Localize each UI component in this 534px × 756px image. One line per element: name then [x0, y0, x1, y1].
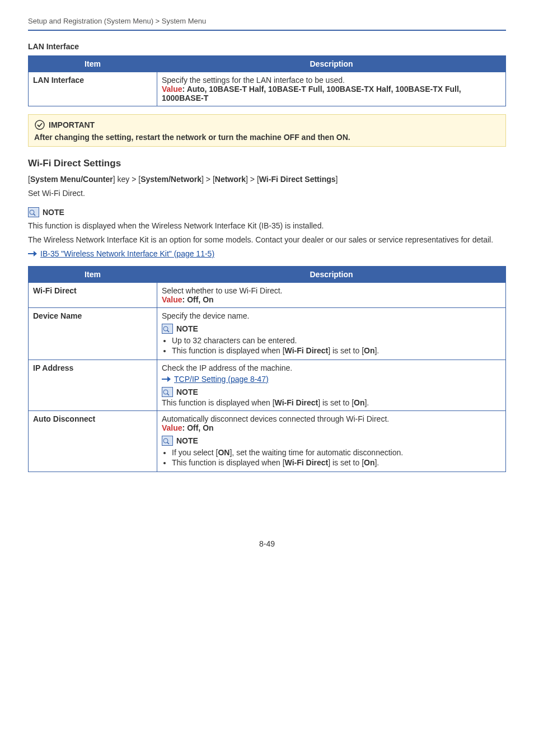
lan-interface-heading: LAN Interface [28, 42, 506, 51]
cell-item: Device Name [29, 307, 157, 360]
note-label: NOTE [43, 208, 64, 217]
check-circle-icon [34, 119, 45, 130]
note-icon [162, 324, 173, 334]
th-item: Item [29, 266, 157, 282]
note-icon [28, 207, 39, 217]
cell-ref: TCP/IP Setting (page 8-47) [162, 375, 501, 384]
tcpip-link[interactable]: TCP/IP Setting (page 8-47) [174, 375, 269, 384]
cell-desc: Specify the device name. NOTE Up to 32 c… [157, 307, 506, 360]
table-row: Wi-Fi Direct Select whether to use Wi-Fi… [29, 282, 506, 307]
breadcrumb: Setup and Registration (System Menu) > S… [28, 17, 506, 31]
cell-note-header: NOTE [162, 436, 501, 446]
cell-desc: Specify the settings for the LAN interfa… [157, 72, 506, 106]
cell-desc: Check the IP address of the machine. TCP… [157, 360, 506, 410]
th-desc: Description [157, 56, 506, 72]
cell-note-header: NOTE [162, 324, 501, 334]
important-callout: IMPORTANT After changing the setting, re… [28, 114, 506, 147]
important-text: After changing the setting, restart the … [34, 133, 500, 142]
note-label: NOTE [176, 324, 198, 333]
list-item: Up to 32 characters can be entered. [172, 336, 501, 345]
value-label: Value [162, 295, 182, 304]
table-row: Auto Disconnect Automatically disconnect… [29, 410, 506, 472]
desc-text: Select whether to use Wi-Fi Direct. [162, 286, 501, 295]
list-item: This function is displayed when [Wi-Fi D… [172, 458, 501, 467]
svg-marker-10 [167, 376, 171, 382]
cell-item: Wi-Fi Direct [29, 282, 157, 307]
th-item: Item [29, 56, 157, 72]
svg-point-0 [35, 120, 44, 129]
list-item: This function is displayed when [Wi-Fi D… [172, 346, 501, 355]
note-header: NOTE [28, 207, 506, 217]
note-label: NOTE [176, 436, 198, 445]
cell-note-header: NOTE [162, 387, 501, 397]
value-label: Value [162, 85, 182, 94]
arrow-right-icon [162, 376, 171, 382]
page: Setup and Registration (System Menu) > S… [0, 0, 534, 576]
note-list: If you select [ON], set the waiting time… [162, 448, 501, 467]
cell-desc: Automatically disconnect devices connect… [157, 410, 506, 472]
wifi-direct-heading: Wi-Fi Direct Settings [28, 158, 506, 169]
value-text: : Off, On [182, 423, 214, 432]
th-desc: Description [157, 266, 506, 282]
value-text: : Off, On [182, 295, 214, 304]
value-line: Value: Auto, 10BASE-T Half, 10BASE-T Ful… [162, 85, 501, 102]
value-label: Value [162, 423, 182, 432]
svg-marker-5 [34, 251, 37, 256]
important-label: IMPORTANT [49, 120, 95, 129]
page-number: 8-49 [28, 539, 506, 548]
table-row: Device Name Specify the device name. NOT… [29, 307, 506, 360]
note-icon [162, 436, 173, 446]
note-p2: The Wireless Network Interface Kit is an… [28, 235, 506, 246]
desc-text: Automatically disconnect devices connect… [162, 414, 501, 423]
lan-interface-table: Item Description LAN Interface Specify t… [28, 55, 506, 106]
ib35-link[interactable]: IB-35 "Wireless Network Interface Kit" (… [40, 249, 214, 258]
note-text: This function is displayed when [Wi-Fi D… [162, 398, 501, 407]
cell-desc: Select whether to use Wi-Fi Direct. Valu… [157, 282, 506, 307]
note-ref: IB-35 "Wireless Network Interface Kit" (… [28, 249, 506, 258]
table-row: IP Address Check the IP address of the m… [29, 360, 506, 410]
value-line: Value: Off, On [162, 423, 501, 432]
cell-item: IP Address [29, 360, 157, 410]
nav-path: [System Menu/Counter] key > [System/Netw… [28, 175, 506, 184]
list-item: If you select [ON], set the waiting time… [172, 448, 501, 457]
arrow-right-icon [28, 250, 37, 257]
cell-item: Auto Disconnect [29, 410, 157, 472]
cell-item: LAN Interface [29, 72, 157, 106]
desc-text: Specify the device name. [162, 311, 501, 320]
note-p1: This function is displayed when the Wire… [28, 221, 506, 232]
desc-text: Check the IP address of the machine. [162, 363, 501, 372]
desc-text: Specify the settings for the LAN interfa… [162, 76, 501, 85]
note-list: Up to 32 characters can be entered. This… [162, 336, 501, 355]
value-text: : Auto, 10BASE-T Half, 10BASE-T Full, 10… [162, 85, 461, 102]
note-label: NOTE [176, 388, 198, 396]
note-icon [162, 387, 173, 397]
wifi-direct-table: Item Description Wi-Fi Direct Select whe… [28, 266, 506, 472]
table-row: LAN Interface Specify the settings for t… [29, 72, 506, 106]
set-wifi-text: Set Wi-Fi Direct. [28, 188, 506, 199]
value-line: Value: Off, On [162, 295, 501, 304]
